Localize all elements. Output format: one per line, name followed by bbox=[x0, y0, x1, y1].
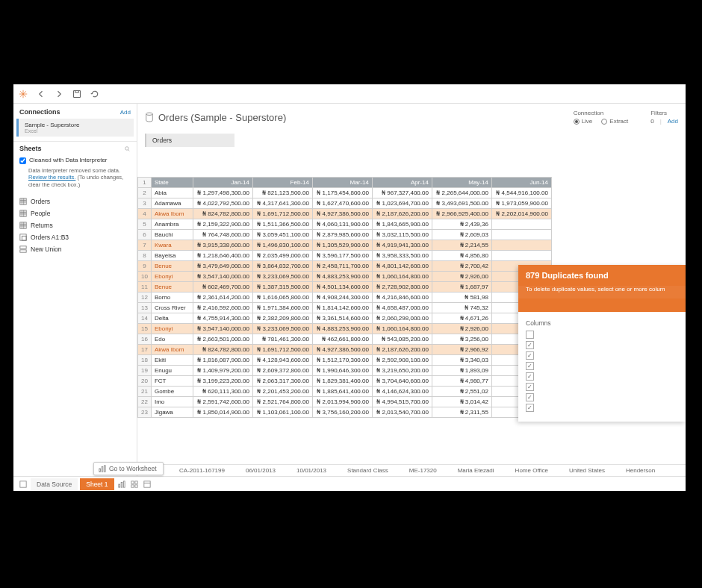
table-cell[interactable]: ₦ 1,103,061,100.00 bbox=[252, 407, 312, 418]
table-cell[interactable]: ₦ 4,755,914,300.00 bbox=[193, 313, 252, 324]
table-row[interactable]: 12Borno₦ 2,361,614,200.00₦ 1,616,065,800… bbox=[138, 293, 552, 303]
table-cell[interactable]: ₦ 620,111,300.00 bbox=[193, 387, 252, 397]
table-cell[interactable]: ₦ 3,233,069,500.00 bbox=[252, 324, 312, 334]
add-filter-button[interactable]: Add bbox=[668, 118, 678, 125]
table-cell[interactable]: ₦ 4,856,80 bbox=[432, 251, 491, 261]
table-row[interactable]: 9Benue₦ 3,479,649,000.00₦ 3,864,832,700.… bbox=[138, 261, 552, 272]
table-cell[interactable]: ₦ 2,592,908,100.00 bbox=[372, 355, 432, 366]
table-cell[interactable]: ₦ 2,609,372,800.00 bbox=[252, 366, 312, 376]
table-cell[interactable]: ₦ 1,885,641,400.00 bbox=[312, 387, 372, 397]
tab-datasource[interactable]: Data Source bbox=[31, 478, 78, 490]
table-cell[interactable]: ₦ 4,994,515,700.00 bbox=[372, 397, 432, 407]
table-cell[interactable]: ₦ 745,32 bbox=[432, 303, 491, 313]
table-cell[interactable]: ₦ 764,748,600.00 bbox=[193, 230, 252, 240]
table-cell[interactable]: ₦ 2,361,614,200.00 bbox=[193, 293, 252, 303]
table-cell[interactable]: Gombe bbox=[151, 387, 193, 397]
table-cell[interactable]: Edo bbox=[151, 334, 193, 345]
table-cell[interactable]: ₦ 2,966,925,400.00 bbox=[432, 209, 491, 219]
table-cell[interactable]: ₦ 2,035,499,000.00 bbox=[252, 251, 312, 261]
table-cell[interactable]: ₦ 2,966,92 bbox=[432, 345, 491, 355]
table-cell[interactable]: ₦ 1,023,694,700.00 bbox=[372, 198, 432, 209]
table-cell[interactable]: ₦ 2,521,764,800.00 bbox=[252, 397, 312, 407]
table-cell[interactable]: FCT bbox=[151, 376, 193, 387]
table-cell[interactable]: ₦ 821,123,500.00 bbox=[252, 188, 312, 198]
table-cell[interactable]: ₦ 3,547,140,000.00 bbox=[193, 272, 252, 282]
column-header[interactable]: State bbox=[151, 178, 193, 188]
table-cell[interactable]: ₦ 4,317,641,300.00 bbox=[252, 198, 312, 209]
table-cell[interactable]: ₦ 1,496,830,100.00 bbox=[252, 240, 312, 251]
interpreter-checkbox[interactable] bbox=[19, 157, 26, 164]
table-cell[interactable]: Imo bbox=[151, 397, 193, 407]
table-cell[interactable]: ₦ 3,059,451,100.00 bbox=[252, 230, 312, 240]
table-cell[interactable]: ₦ 1,687,97 bbox=[432, 282, 491, 293]
table-cell[interactable]: ₦ 4,801,142,600.00 bbox=[372, 261, 432, 272]
table-cell[interactable]: ₦ 2,879,985,600.00 bbox=[312, 230, 372, 240]
table-cell[interactable]: ₦ 3,233,069,500.00 bbox=[252, 272, 312, 282]
table-cell[interactable]: ₦ 1,627,470,600.00 bbox=[312, 198, 372, 209]
column-checkbox[interactable] bbox=[526, 372, 534, 381]
go-to-worksheet-button[interactable]: Go to Worksheet bbox=[93, 462, 164, 475]
table-cell[interactable]: ₦ 2,063,317,300.00 bbox=[252, 376, 312, 387]
table-cell[interactable]: ₦ 581,98 bbox=[432, 293, 491, 303]
table-cell[interactable]: ₦ 781,461,300.00 bbox=[252, 334, 312, 345]
table-cell[interactable]: ₦ 2,382,209,800.00 bbox=[252, 313, 312, 324]
table-row[interactable]: 11Benue₦ 602,469,700.00₦ 1,387,315,500.0… bbox=[138, 282, 552, 293]
table-cell[interactable]: ₦ 1,691,712,500.00 bbox=[252, 345, 312, 355]
live-radio[interactable]: Live bbox=[574, 118, 593, 125]
table-cell[interactable]: ₦ 4,671,26 bbox=[432, 313, 491, 324]
table-cell[interactable]: ₦ 4,927,386,500.00 bbox=[312, 209, 372, 219]
table-cell[interactable]: ₦ 3,219,650,200.00 bbox=[372, 366, 432, 376]
table-row[interactable]: 16Edo₦ 2,663,501,000.00₦ 781,461,300.00₦… bbox=[138, 334, 552, 345]
table-row[interactable]: 14Delta₦ 4,755,914,300.00₦ 2,382,209,800… bbox=[138, 313, 552, 324]
table-cell[interactable]: ₦ 1,971,384,600.00 bbox=[252, 303, 312, 313]
table-cell[interactable]: ₦ 2,926,00 bbox=[432, 272, 491, 282]
table-cell[interactable]: ₦ 3,493,691,500.00 bbox=[432, 198, 491, 209]
table-row[interactable]: 3Adamawa₦ 4,022,792,500.00₦ 4,317,641,30… bbox=[138, 198, 552, 209]
table-cell[interactable]: ₦ 462,661,800.00 bbox=[312, 334, 372, 345]
table-cell[interactable]: ₦ 1,814,142,600.00 bbox=[312, 303, 372, 313]
table-cell[interactable]: ₦ 1,218,646,400.00 bbox=[193, 251, 252, 261]
table-cell[interactable] bbox=[491, 219, 551, 230]
refresh-button[interactable] bbox=[90, 89, 100, 99]
add-connection-button[interactable]: Add bbox=[120, 109, 131, 116]
table-cell[interactable]: ₦ 4,908,244,300.00 bbox=[312, 293, 372, 303]
table-cell[interactable]: Anambra bbox=[151, 219, 193, 230]
table-cell[interactable]: ₦ 1,893,09 bbox=[432, 366, 491, 376]
table-cell[interactable]: Jigawa bbox=[151, 407, 193, 418]
table-row[interactable]: 15Ebonyi₦ 3,547,140,000.00₦ 3,233,069,50… bbox=[138, 324, 552, 334]
table-row[interactable]: 22Imo₦ 2,591,742,600.00₦ 2,521,764,800.0… bbox=[138, 397, 552, 407]
table-cell[interactable]: ₦ 2,728,902,800.00 bbox=[372, 282, 432, 293]
table-row[interactable]: 7Kwara₦ 3,915,338,600.00₦ 1,496,830,100.… bbox=[138, 240, 552, 251]
table-cell[interactable]: ₦ 2,187,626,200.00 bbox=[372, 345, 432, 355]
table-row[interactable]: 19Enugu₦ 1,409,979,200.00₦ 2,609,372,800… bbox=[138, 366, 552, 376]
table-cell[interactable]: Kwara bbox=[151, 240, 193, 251]
table-cell[interactable]: Benue bbox=[151, 282, 193, 293]
table-row[interactable]: 8Bayelsa₦ 1,218,646,400.00₦ 2,035,499,00… bbox=[138, 251, 552, 261]
table-cell[interactable]: ₦ 1,409,979,200.00 bbox=[193, 366, 252, 376]
table-cell[interactable]: ₦ 2,439,36 bbox=[432, 219, 491, 230]
table-cell[interactable]: ₦ 3,340,03 bbox=[432, 355, 491, 366]
table-cell[interactable]: Ebonyi bbox=[151, 272, 193, 282]
data-interpreter-checkbox[interactable]: Cleaned with Data Interpreter bbox=[13, 155, 137, 167]
table-cell[interactable]: ₦ 4,544,916,100.00 bbox=[491, 188, 551, 198]
table-cell[interactable]: ₦ 3,032,115,500.00 bbox=[372, 230, 432, 240]
table-cell[interactable]: ₦ 1,850,014,900.00 bbox=[193, 407, 252, 418]
column-header[interactable]: Jun-14 bbox=[491, 178, 551, 188]
new-worksheet-button[interactable] bbox=[117, 479, 127, 490]
table-cell[interactable]: ₦ 2,416,592,600.00 bbox=[193, 303, 252, 313]
table-cell[interactable]: ₦ 1,387,315,500.00 bbox=[252, 282, 312, 293]
table-cell[interactable]: ₦ 1,297,498,300.00 bbox=[193, 188, 252, 198]
table-cell[interactable]: ₦ 824,782,800.00 bbox=[193, 209, 252, 219]
table-cell[interactable]: ₦ 2,926,00 bbox=[432, 324, 491, 334]
table-cell[interactable]: ₦ 2,187,626,200.00 bbox=[372, 209, 432, 219]
table-cell[interactable]: ₦ 2,591,742,600.00 bbox=[193, 397, 252, 407]
data-grid[interactable]: 1StateJan-14Feb-14Mar-14Apr-14May-14Jun-… bbox=[137, 177, 552, 418]
table-cell[interactable]: ₦ 1,616,065,800.00 bbox=[252, 293, 312, 303]
table-cell[interactable]: ₦ 4,216,846,600.00 bbox=[372, 293, 432, 303]
table-cell[interactable]: Ebonyi bbox=[151, 324, 193, 334]
table-cell[interactable]: ₦ 4,980,77 bbox=[432, 376, 491, 387]
table-cell[interactable]: ₦ 2,159,322,900.00 bbox=[193, 219, 252, 230]
column-checkbox[interactable] bbox=[526, 331, 534, 339]
table-row[interactable]: 21Gombe₦ 620,111,300.00₦ 2,201,453,200.0… bbox=[138, 387, 552, 397]
table-row[interactable]: 18Ekiti₦ 1,816,087,900.00₦ 4,128,943,600… bbox=[138, 355, 552, 366]
